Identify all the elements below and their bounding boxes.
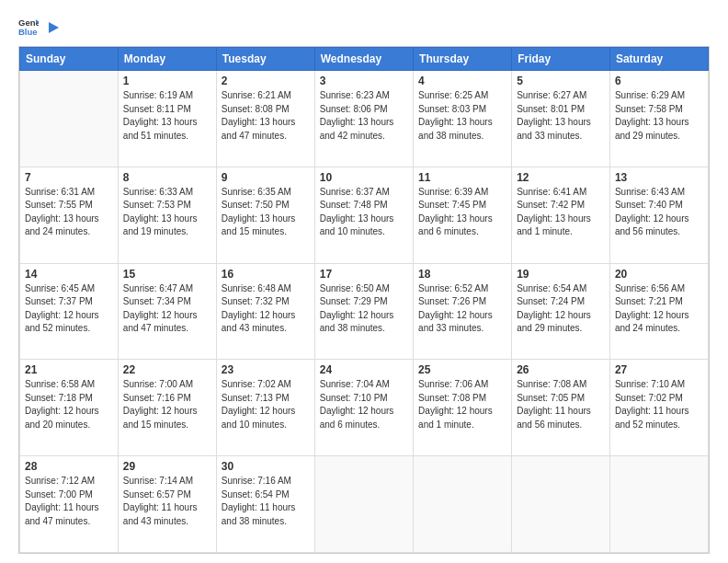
day-number: 23 [222,363,310,376]
cell-info: Sunrise: 6:56 AMSunset: 7:21 PMDaylight:… [615,282,703,336]
cell-info: Sunrise: 6:39 AMSunset: 7:45 PMDaylight:… [418,186,506,239]
day-number: 13 [615,171,703,184]
header: General Blue [18,17,710,37]
day-number: 21 [25,363,113,376]
logo-triangle-icon [44,19,61,36]
logo: General Blue [18,17,61,37]
cell-info: Sunrise: 6:29 AMSunset: 7:58 PMDaylight:… [615,89,703,143]
day-header-sunday: Sunday [20,48,119,71]
day-number: 8 [123,171,211,184]
cal-cell: 3Sunrise: 6:23 AMSunset: 8:06 PMDaylight… [314,71,413,167]
cell-info: Sunrise: 6:25 AMSunset: 8:03 PMDaylight:… [418,89,506,143]
day-number: 10 [320,171,408,184]
cell-info: Sunrise: 6:19 AMSunset: 8:11 PMDaylight:… [123,89,211,143]
day-number: 29 [123,460,211,473]
day-number: 26 [517,363,605,376]
day-number: 1 [123,75,211,87]
day-number: 25 [418,363,506,376]
cell-info: Sunrise: 6:41 AMSunset: 7:42 PMDaylight:… [517,186,605,239]
day-number: 16 [222,268,310,281]
day-number: 9 [222,171,310,184]
cal-cell: 30Sunrise: 7:16 AMSunset: 6:54 PMDayligh… [216,456,314,553]
day-number: 4 [418,75,506,87]
cal-cell: 19Sunrise: 6:54 AMSunset: 7:24 PMDayligh… [512,263,610,360]
day-header-monday: Monday [118,48,216,71]
cell-info: Sunrise: 6:43 AMSunset: 7:40 PMDaylight:… [615,186,703,239]
cell-info: Sunrise: 6:58 AMSunset: 7:18 PMDaylight:… [25,378,113,431]
day-number: 5 [517,75,605,87]
cell-info: Sunrise: 6:45 AMSunset: 7:37 PMDaylight:… [25,282,113,336]
cell-info: Sunrise: 6:27 AMSunset: 8:01 PMDaylight:… [517,89,605,143]
cal-cell: 1Sunrise: 6:19 AMSunset: 8:11 PMDaylight… [118,71,216,167]
svg-marker-3 [49,22,59,33]
cell-info: Sunrise: 6:48 AMSunset: 7:32 PMDaylight:… [222,282,310,336]
cal-cell: 21Sunrise: 6:58 AMSunset: 7:18 PMDayligh… [20,360,119,456]
cal-cell: 10Sunrise: 6:37 AMSunset: 7:48 PMDayligh… [314,167,413,263]
cal-cell: 16Sunrise: 6:48 AMSunset: 7:32 PMDayligh… [216,263,314,360]
cal-cell [20,71,119,167]
day-number: 2 [222,75,310,87]
day-number: 17 [320,268,408,281]
cal-cell: 23Sunrise: 7:02 AMSunset: 7:13 PMDayligh… [216,360,314,456]
cell-info: Sunrise: 7:16 AMSunset: 6:54 PMDaylight:… [222,475,310,528]
cell-info: Sunrise: 6:35 AMSunset: 7:50 PMDaylight:… [222,186,310,239]
day-number: 6 [615,75,703,87]
svg-text:Blue: Blue [18,27,38,37]
cal-cell: 12Sunrise: 6:41 AMSunset: 7:42 PMDayligh… [512,167,610,263]
day-header-wednesday: Wednesday [314,48,413,71]
cell-info: Sunrise: 6:33 AMSunset: 7:53 PMDaylight:… [123,186,211,239]
day-header-friday: Friday [512,48,610,71]
cal-cell: 2Sunrise: 6:21 AMSunset: 8:08 PMDaylight… [216,71,314,167]
day-number: 12 [517,171,605,184]
cal-cell: 9Sunrise: 6:35 AMSunset: 7:50 PMDaylight… [216,167,314,263]
cell-info: Sunrise: 6:37 AMSunset: 7:48 PMDaylight:… [320,186,408,239]
calendar: SundayMondayTuesdayWednesdayThursdayFrid… [18,46,710,554]
cell-info: Sunrise: 7:06 AMSunset: 7:08 PMDaylight:… [418,378,506,431]
cal-cell: 24Sunrise: 7:04 AMSunset: 7:10 PMDayligh… [314,360,413,456]
cell-info: Sunrise: 6:50 AMSunset: 7:29 PMDaylight:… [320,282,408,336]
day-number: 15 [123,268,211,281]
day-number: 19 [517,268,605,281]
cal-cell [314,456,413,553]
cal-cell: 13Sunrise: 6:43 AMSunset: 7:40 PMDayligh… [609,167,708,263]
cal-cell: 29Sunrise: 7:14 AMSunset: 6:57 PMDayligh… [118,456,216,553]
page: General Blue SundayMondayTuesdayW [0,0,728,563]
cal-cell: 25Sunrise: 7:06 AMSunset: 7:08 PMDayligh… [414,360,512,456]
cal-cell: 7Sunrise: 6:31 AMSunset: 7:55 PMDaylight… [20,167,119,263]
cell-info: Sunrise: 7:12 AMSunset: 7:00 PMDaylight:… [25,475,113,528]
cal-cell: 20Sunrise: 6:56 AMSunset: 7:21 PMDayligh… [609,263,708,360]
logo-icon: General Blue [18,17,39,37]
cell-info: Sunrise: 7:04 AMSunset: 7:10 PMDaylight:… [320,378,408,431]
cal-cell [609,456,708,553]
day-number: 28 [25,460,113,473]
cell-info: Sunrise: 6:23 AMSunset: 8:06 PMDaylight:… [320,89,408,143]
cell-info: Sunrise: 7:08 AMSunset: 7:05 PMDaylight:… [517,378,605,431]
cell-info: Sunrise: 7:10 AMSunset: 7:02 PMDaylight:… [615,378,703,431]
cal-cell: 28Sunrise: 7:12 AMSunset: 7:00 PMDayligh… [20,456,119,553]
cal-cell: 6Sunrise: 6:29 AMSunset: 7:58 PMDaylight… [609,71,708,167]
cell-info: Sunrise: 7:14 AMSunset: 6:57 PMDaylight:… [123,475,211,528]
cell-info: Sunrise: 6:31 AMSunset: 7:55 PMDaylight:… [25,186,113,239]
day-number: 3 [320,75,408,87]
cell-info: Sunrise: 6:47 AMSunset: 7:34 PMDaylight:… [123,282,211,336]
cal-cell: 11Sunrise: 6:39 AMSunset: 7:45 PMDayligh… [414,167,512,263]
day-number: 11 [418,171,506,184]
cell-info: Sunrise: 7:00 AMSunset: 7:16 PMDaylight:… [123,378,211,431]
cell-info: Sunrise: 6:54 AMSunset: 7:24 PMDaylight:… [517,282,605,336]
cal-cell: 17Sunrise: 6:50 AMSunset: 7:29 PMDayligh… [314,263,413,360]
day-number: 30 [222,460,310,473]
cal-cell: 18Sunrise: 6:52 AMSunset: 7:26 PMDayligh… [414,263,512,360]
cal-cell: 27Sunrise: 7:10 AMSunset: 7:02 PMDayligh… [609,360,708,456]
cal-cell: 8Sunrise: 6:33 AMSunset: 7:53 PMDaylight… [118,167,216,263]
day-header-tuesday: Tuesday [216,48,314,71]
cal-cell: 22Sunrise: 7:00 AMSunset: 7:16 PMDayligh… [118,360,216,456]
day-number: 18 [418,268,506,281]
cal-cell: 14Sunrise: 6:45 AMSunset: 7:37 PMDayligh… [20,263,119,360]
cell-info: Sunrise: 6:52 AMSunset: 7:26 PMDaylight:… [418,282,506,336]
day-number: 22 [123,363,211,376]
day-number: 27 [615,363,703,376]
cell-info: Sunrise: 6:21 AMSunset: 8:08 PMDaylight:… [222,89,310,143]
cal-cell [414,456,512,553]
cal-cell: 5Sunrise: 6:27 AMSunset: 8:01 PMDaylight… [512,71,610,167]
day-number: 24 [320,363,408,376]
